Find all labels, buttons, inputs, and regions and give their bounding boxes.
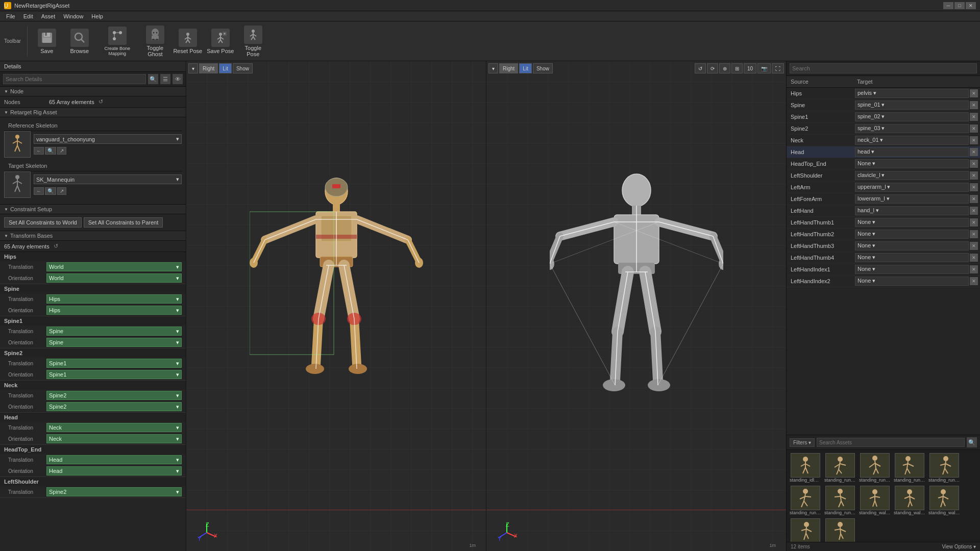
neck-orientation-select[interactable]: Spine2 ▾ bbox=[46, 402, 182, 411]
target-spine1-select[interactable]: spine_02 ▾ bbox=[855, 112, 969, 121]
mapping-lefthandthumb2-clear[interactable]: ✕ bbox=[970, 230, 978, 238]
spine2-orientation-select[interactable]: Spine1 ▾ bbox=[46, 370, 182, 379]
asset-item-11[interactable]: standing_turn_90_right bbox=[823, 517, 857, 542]
asset-item-0[interactable]: standing_idle_01 bbox=[789, 452, 822, 484]
asset-item-8[interactable]: standing_walk_forward bbox=[893, 485, 926, 516]
menu-file[interactable]: File bbox=[2, 12, 19, 20]
viewport-left[interactable]: ▾ Right Lit Show bbox=[186, 61, 486, 551]
target-lefthandthumb3-select[interactable]: None ▾ bbox=[855, 241, 969, 251]
mapping-spine1-clear[interactable]: ✕ bbox=[970, 113, 978, 121]
vp-left-lit[interactable]: Lit bbox=[219, 63, 232, 73]
target-skeleton-open-btn[interactable]: ↗ bbox=[57, 187, 66, 195]
mapping-leftforearm-clear[interactable]: ✕ bbox=[970, 195, 978, 203]
vp-right-tool1[interactable]: ↺ bbox=[695, 63, 706, 73]
target-spine-select[interactable]: spine_01 ▾ bbox=[855, 101, 969, 110]
assets-search-input[interactable] bbox=[817, 438, 965, 447]
target-leftforearm-select[interactable]: lowerarm_l ▾ bbox=[855, 194, 969, 204]
target-leftshoulder-select[interactable]: clavicle_l ▾ bbox=[855, 171, 969, 180]
reset-pose-button[interactable]: Reset Pose bbox=[173, 23, 203, 59]
vp-right-view[interactable]: Right bbox=[499, 63, 518, 73]
vp-right-fov[interactable]: 10 bbox=[744, 63, 756, 73]
mapping-lefthand-clear[interactable]: ✕ bbox=[970, 207, 978, 215]
mapping-lefthandindex2-clear[interactable]: ✕ bbox=[970, 277, 978, 285]
ref-skeleton-open-btn[interactable]: ↗ bbox=[57, 147, 66, 155]
eye-button[interactable]: 👁 bbox=[173, 74, 183, 84]
spine2-translation-select[interactable]: Spine1 ▾ bbox=[46, 359, 182, 368]
asset-item-2[interactable]: standing_run_forward bbox=[858, 452, 892, 484]
target-spine2-select[interactable]: spine_03 ▾ bbox=[855, 124, 969, 133]
asset-item-10[interactable]: standing_walk_right bbox=[789, 517, 822, 542]
vp-right-tool4[interactable]: ⊞ bbox=[731, 63, 743, 73]
spine-translation-select[interactable]: Hips ▾ bbox=[46, 294, 182, 304]
mapping-spine2-clear[interactable]: ✕ bbox=[970, 124, 978, 133]
neck-translation-select[interactable]: Spine2 ▾ bbox=[46, 391, 182, 400]
refresh-icon[interactable]: ↺ bbox=[99, 98, 103, 105]
set-all-parent-button[interactable]: Set All Constraints to Parent bbox=[84, 217, 163, 228]
search-button[interactable]: 🔍 bbox=[148, 74, 158, 84]
target-lefthandthumb1-select[interactable]: None ▾ bbox=[855, 218, 969, 227]
asset-item-1[interactable]: standing_run_back bbox=[823, 452, 857, 484]
vp-left-dropdown[interactable]: ▾ bbox=[188, 63, 198, 73]
set-all-world-button[interactable]: Set All Constraints to World bbox=[4, 217, 82, 228]
viewport-right[interactable]: ▾ Right Lit Show ↺ ⟳ ⊕ ⊞ 10 📷 ⛶ bbox=[486, 61, 786, 551]
details-scroll-area[interactable]: ▼ Node Nodes 65 Array elements ↺ ▼ Retar… bbox=[0, 87, 186, 551]
target-leftarm-select[interactable]: upperarm_l ▾ bbox=[855, 183, 969, 192]
vp-right-show[interactable]: Show bbox=[533, 63, 553, 73]
transform-bases-header[interactable]: ▼ Transform Bases bbox=[0, 231, 186, 241]
save-button[interactable]: Save bbox=[32, 23, 62, 59]
spine1-orientation-select[interactable]: Spine ▾ bbox=[46, 338, 182, 347]
retarget-rig-section-header[interactable]: ▼ Retarget Rig Asset bbox=[0, 108, 186, 117]
headtopend-orientation-select[interactable]: Head ▾ bbox=[46, 466, 182, 475]
spine-orientation-select[interactable]: Hips ▾ bbox=[46, 306, 182, 315]
transform-refresh-icon[interactable]: ↺ bbox=[54, 243, 58, 249]
asset-item-4[interactable]: standing_run_right bbox=[927, 452, 961, 484]
target-lefthandthumb4-select[interactable]: None ▾ bbox=[855, 253, 969, 262]
mapping-head-clear[interactable]: ✕ bbox=[970, 148, 978, 156]
hips-translation-select[interactable]: World ▾ bbox=[46, 262, 182, 271]
view-options-button[interactable]: View Options ▾ bbox=[942, 544, 976, 549]
minimize-button[interactable]: ─ bbox=[943, 2, 953, 9]
target-lefthandindex1-select[interactable]: None ▾ bbox=[855, 265, 969, 274]
target-hips-select[interactable]: pelvis ▾ bbox=[855, 89, 969, 98]
vp-right-lit[interactable]: Lit bbox=[519, 63, 532, 73]
asset-item-9[interactable]: standing_walk_left bbox=[927, 485, 961, 516]
head-translation-select[interactable]: Neck ▾ bbox=[46, 423, 182, 432]
mapping-search-input[interactable] bbox=[790, 63, 977, 73]
mapping-neck-clear[interactable]: ✕ bbox=[970, 136, 978, 144]
constraint-setup-header[interactable]: ▼ Constraint Setup bbox=[0, 205, 186, 214]
toggle-pose-button[interactable]: Toggle Pose bbox=[238, 23, 268, 59]
target-skeleton-select[interactable]: SK_Mannequin ▾ bbox=[34, 174, 182, 184]
vp-right-tool2[interactable]: ⟳ bbox=[707, 63, 718, 73]
ref-skeleton-select[interactable]: vanguard_t_choonyung ▾ bbox=[34, 134, 182, 144]
mapping-lefthandthumb3-clear[interactable]: ✕ bbox=[970, 242, 978, 250]
mapping-lefthandthumb4-clear[interactable]: ✕ bbox=[970, 254, 978, 262]
menu-edit[interactable]: Edit bbox=[19, 12, 37, 20]
assets-filter-button[interactable]: Filters ▾ bbox=[790, 438, 815, 447]
target-neck-select[interactable]: neck_01 ▾ bbox=[855, 136, 969, 145]
mapping-headtopend-clear[interactable]: ✕ bbox=[970, 160, 978, 168]
hips-orientation-select[interactable]: World ▾ bbox=[46, 273, 182, 283]
leftshoulder-translation-select[interactable]: Spine2 ▾ bbox=[46, 487, 182, 496]
target-lefthandthumb2-select[interactable]: None ▾ bbox=[855, 230, 969, 239]
close-button[interactable]: ✕ bbox=[966, 2, 976, 9]
target-headtopend-select[interactable]: None ▾ bbox=[855, 159, 969, 168]
create-bone-mapping-button[interactable]: Create Bone Mapping bbox=[97, 23, 138, 59]
mapping-lefthandthumb1-clear[interactable]: ✕ bbox=[970, 218, 978, 227]
mapping-leftarm-clear[interactable]: ✕ bbox=[970, 183, 978, 191]
spine1-translation-select[interactable]: Spine ▾ bbox=[46, 327, 182, 336]
assets-search-button[interactable]: 🔍 bbox=[967, 437, 977, 447]
browse-button[interactable]: Browse bbox=[64, 23, 95, 59]
target-lefthand-select[interactable]: hand_l ▾ bbox=[855, 206, 969, 215]
toggle-ghost-button[interactable]: Toggle Ghost bbox=[140, 23, 170, 59]
maximize-button[interactable]: □ bbox=[954, 2, 965, 9]
head-orientation-select[interactable]: Neck ▾ bbox=[46, 434, 182, 443]
asset-item-7[interactable]: standing_walk_back bbox=[858, 485, 892, 516]
menu-window[interactable]: Window bbox=[59, 12, 87, 20]
asset-item-3[interactable]: standing_run_left bbox=[893, 452, 926, 484]
mapping-table[interactable]: Hips pelvis ▾ ✕ Spine spine_01 ▾ ✕ bbox=[787, 88, 980, 435]
headtopend-translation-select[interactable]: Head ▾ bbox=[46, 455, 182, 464]
mapping-lefthandindex1-clear[interactable]: ✕ bbox=[970, 265, 978, 273]
target-skeleton-back-btn[interactable]: ← bbox=[34, 187, 44, 195]
asset-item-6[interactable]: standing_run_90_right bbox=[823, 485, 857, 516]
vp-right-fullscreen[interactable]: ⛶ bbox=[772, 63, 784, 73]
